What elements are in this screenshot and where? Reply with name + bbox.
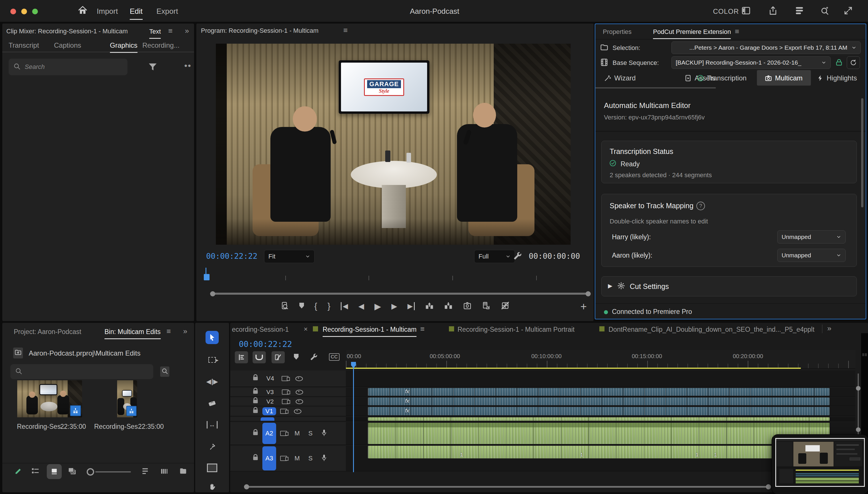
track-lane-v1[interactable]: fx (346, 407, 855, 416)
tab-podcut-extension[interactable]: PodCut Premiere Extension (653, 28, 731, 36)
timeline-ruler[interactable]: 00:00 00:05:00:00 00:10:00:00 00:15:00:0… (346, 350, 855, 368)
step-forward-icon[interactable]: ▶ (392, 302, 397, 311)
zoom-slider-track[interactable] (95, 471, 131, 473)
lock-icon[interactable] (835, 58, 843, 68)
subtab-transcription[interactable]: Transcription (697, 74, 747, 82)
mark-in-icon[interactable]: { (314, 301, 317, 311)
tab-text[interactable]: Text (149, 28, 161, 35)
more-options-icon[interactable]: •• (184, 61, 192, 71)
step-back-icon[interactable]: ◀ (358, 302, 364, 311)
tab-properties[interactable]: Properties (603, 28, 631, 36)
navigate-up-icon[interactable] (13, 347, 23, 358)
add-button-icon[interactable]: + (580, 300, 587, 313)
extract-icon[interactable] (444, 302, 453, 311)
track-lane-a1-collapsed[interactable] (346, 417, 855, 421)
linked-selection-icon[interactable] (272, 351, 285, 363)
source-assign-icon[interactable] (280, 456, 287, 461)
close-tab-icon[interactable]: × (304, 325, 308, 333)
close-window-button[interactable] (10, 8, 16, 14)
timeline-menu-icon[interactable]: ≡ (420, 325, 425, 332)
selection-tool[interactable] (205, 331, 219, 344)
program-current-timecode[interactable]: 00:00:22:22 (206, 252, 257, 261)
razor-tool[interactable] (205, 397, 219, 410)
speaker-label-aaron[interactable]: Aaron (likely): (612, 252, 652, 259)
lift-icon[interactable] (425, 302, 434, 311)
video-preview[interactable]: GARAGE Style (216, 44, 571, 245)
playback-resolution-dropdown[interactable]: Full (474, 250, 515, 263)
bin-item-name[interactable]: Recording-Ses... (94, 423, 143, 431)
clip-v1[interactable] (368, 407, 830, 415)
zoom-window-button[interactable] (32, 8, 38, 14)
track-label[interactable]: V2 (267, 398, 274, 405)
project-overflow-icon[interactable]: » (183, 327, 187, 336)
zoom-level-dropdown[interactable]: Fit (264, 250, 315, 263)
subtab-highlights[interactable]: Highlights (817, 74, 857, 82)
panel-overflow-icon[interactable]: » (185, 26, 189, 35)
track-lane-v2[interactable]: fx (346, 397, 855, 406)
tab-transcript[interactable]: Transcript (8, 41, 39, 50)
lock-icon[interactable] (253, 432, 258, 435)
refresh-button[interactable] (847, 56, 860, 69)
go-to-out-icon[interactable]: ▶ (408, 302, 415, 310)
clip-a2-audio[interactable] (368, 423, 830, 444)
color-workspace-label[interactable]: COLOR (713, 7, 739, 16)
expand-triangle-icon[interactable]: ▶ (608, 282, 612, 289)
search-input[interactable] (24, 63, 123, 71)
sort-icon[interactable] (142, 468, 150, 476)
panel-layout-icon[interactable] (741, 6, 751, 17)
podcut-menu-icon[interactable]: ≡ (735, 27, 739, 35)
cut-settings-label[interactable]: Cut Settings (630, 282, 669, 291)
speaker-label-harry[interactable]: Harry (likely): (612, 233, 651, 241)
mute-button[interactable]: M (295, 455, 300, 462)
nest-toggle-icon[interactable] (235, 351, 248, 363)
workspaces-icon[interactable] (794, 6, 804, 16)
lock-icon[interactable] (253, 390, 258, 394)
source-assign-icon[interactable] (281, 376, 289, 381)
bin-item-multicam-portrait[interactable] (117, 380, 137, 417)
project-search-input[interactable] (26, 368, 149, 376)
timeline-tab-1[interactable]: ecording-Session-1 (232, 326, 289, 334)
track-label[interactable]: V4 (267, 375, 274, 382)
solo-button[interactable]: S (308, 455, 313, 462)
minimize-window-button[interactable] (21, 8, 27, 14)
tab-recording[interactable]: Recording... (142, 41, 179, 50)
multicam-toggle-icon[interactable] (501, 301, 510, 311)
eye-icon[interactable] (296, 390, 303, 395)
lock-icon[interactable] (253, 457, 258, 460)
bin-item-name[interactable]: Recording-Ses... (17, 423, 66, 431)
timeline-marker-icon[interactable] (294, 354, 298, 361)
tab-captions[interactable]: Captions (54, 41, 81, 50)
track-target-badge[interactable]: A2 (262, 423, 276, 444)
rectangle-tool[interactable] (205, 461, 219, 474)
speaker-dropdown-harry[interactable]: Unmapped (777, 230, 846, 244)
tab-bin[interactable]: Bin: Multicam Edits (104, 328, 161, 336)
bin-item-multicam[interactable] (17, 380, 82, 417)
track-header-v3[interactable]: V3 (230, 388, 346, 397)
settings-wrench-icon[interactable] (513, 251, 522, 262)
play-icon[interactable]: ▶ (374, 301, 381, 311)
lock-icon[interactable] (253, 400, 258, 403)
mic-icon[interactable] (321, 454, 328, 463)
add-marker-icon[interactable] (299, 303, 304, 310)
panel-menu-icon[interactable]: ≡ (168, 27, 173, 35)
eye-icon[interactable] (296, 399, 303, 404)
go-to-in-icon[interactable]: ◀ (341, 302, 348, 310)
program-scrollbar[interactable] (210, 291, 591, 297)
subtab-wizard[interactable]: Wizard (604, 74, 636, 82)
help-icon[interactable]: ? (696, 202, 705, 210)
list-view-icon[interactable] (31, 468, 39, 476)
filter-icon[interactable] (148, 63, 157, 72)
slip-tool[interactable]: ↔ (205, 418, 219, 431)
pen-tool[interactable] (205, 440, 219, 453)
mark-out-icon[interactable]: } (328, 301, 330, 311)
track-target-badge[interactable]: V1 (262, 407, 276, 415)
timeline-playhead-line[interactable] (353, 363, 354, 472)
timeline-tab-active[interactable]: Recording-Session-1 - Multicam (323, 326, 416, 334)
track-header-a3[interactable]: A3 M S (230, 446, 346, 471)
new-bin-icon[interactable] (179, 467, 187, 476)
graphics-search[interactable] (8, 59, 127, 75)
comparison-view-icon[interactable] (482, 301, 491, 311)
tab-export[interactable]: Export (156, 7, 178, 16)
source-assign-icon[interactable] (282, 399, 289, 404)
timeline-overflow-icon[interactable]: » (827, 324, 831, 333)
